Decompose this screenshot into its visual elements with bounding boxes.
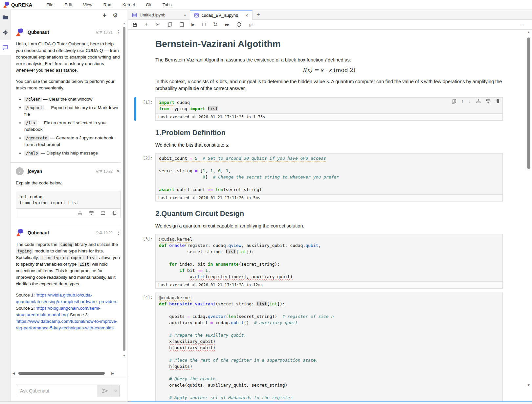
scroll-down-icon[interactable]: ▼ [526, 383, 531, 387]
scrollbar-thumb[interactable] [18, 372, 105, 375]
tab-label: cudaq_BV_ls.ipynb [202, 13, 238, 18]
scroll-left-icon[interactable]: ◀ [12, 371, 15, 375]
markdown-cell-title[interactable]: Bernstein-Vazirani Algotithm [134, 39, 503, 49]
menu-run[interactable]: Run [98, 2, 117, 7]
code-line: # Place the rest of the register in a su… [159, 357, 499, 363]
cell-prompt: [3]: [136, 234, 155, 241]
code-cell-1[interactable]: [1]: import cudaqfrom typing import List… [134, 97, 503, 121]
send-button[interactable] [98, 385, 112, 397]
message-sources[interactable]: Source 1: 'https://nvidia.github.io/cuda… [16, 292, 121, 331]
code-line: from typing import List [159, 106, 499, 112]
unsaved-dot-icon: ● [184, 13, 186, 17]
scroll-down-icon[interactable]: ▼ [122, 354, 126, 357]
tab-cudaq-bv[interactable]: cudaq_BV_ls.ipynb × [190, 11, 253, 20]
cell-prompt: [4]: [136, 293, 155, 300]
notebook-title: Bernstein-Vazirani Algotithm [155, 39, 503, 49]
new-chat-button[interactable]: + [102, 12, 107, 19]
code-cell-4[interactable]: [4]: @cudaq.kerneldef bernstein_vazirani… [134, 293, 503, 403]
move-cell-down-icon[interactable]: ↓ [469, 99, 471, 104]
command-item: /export — Export chat history to a Markd… [24, 105, 121, 118]
user-avatar: J [16, 167, 24, 175]
insert-above-icon[interactable] [78, 211, 82, 216]
insert-cell-below-icon[interactable] [486, 99, 491, 104]
copy-cells-button[interactable] [167, 22, 172, 27]
tab-untitled[interactable]: Untitled.ipynb ● [128, 11, 190, 19]
scroll-up-icon[interactable]: ▲ [122, 22, 126, 25]
sidebar-item-chat[interactable] [0, 40, 11, 55]
markdown-paragraph[interactable]: The Bernstein-Vazirani Algorithm assumes… [134, 57, 503, 63]
history-button[interactable] [236, 22, 241, 27]
code-line [159, 369, 499, 376]
menu-view[interactable]: View [78, 2, 98, 7]
menu-git[interactable]: Git [140, 2, 157, 7]
sidebar-item-git[interactable] [0, 25, 11, 40]
chat-bubble-icon [2, 45, 8, 50]
paste-cells-button[interactable] [180, 22, 184, 27]
chevron-down-icon [114, 390, 118, 392]
insert-below-icon[interactable] [89, 211, 94, 216]
message-menu-icon[interactable]: ⋮ [116, 230, 121, 236]
move-cell-up-icon[interactable]: ↑ [461, 99, 464, 104]
menu-file[interactable]: File [41, 2, 59, 7]
stop-kernel-button[interactable]: □ [202, 22, 206, 28]
send-options-button[interactable] [112, 385, 119, 397]
cell-editor[interactable]: @cudaq.kerneldef oracle(register: cudaq.… [156, 234, 502, 281]
code-line: 0] # Change the secret string to whateve… [159, 174, 499, 180]
notebook-vertical-scrollbar[interactable]: ▲ ▼ [526, 30, 531, 401]
markdown-paragraph[interactable]: In this context, x consists of n bits, a… [134, 78, 503, 92]
delete-cell-icon[interactable] [496, 99, 500, 104]
markdown-paragraph[interactable]: We define the bits that constitute s. [134, 142, 503, 149]
cell-editor[interactable]: @cudaq.kerneldef bernstein_vazirani(secr… [156, 293, 502, 402]
copy-icon[interactable] [112, 211, 117, 216]
settings-gear-icon[interactable]: ⚙ [113, 12, 118, 19]
replace-cell-icon[interactable] [100, 211, 105, 216]
timestamp: 오후 10:21 [95, 30, 113, 35]
sidebar-item-files[interactable] [0, 10, 11, 25]
menu-kernel[interactable]: Kernel [117, 2, 141, 7]
more-actions-icon[interactable]: ⋯ [520, 20, 525, 30]
code-line: def oracle(register: cudaq.qview, auxili… [159, 242, 499, 249]
save-button[interactable] [132, 22, 137, 27]
tab-label: Untitled.ipynb [140, 12, 166, 17]
scroll-right-icon[interactable]: ▶ [111, 371, 114, 375]
scrollbar-thumb[interactable] [123, 27, 125, 351]
run-cell-button[interactable]: ▶ [191, 22, 195, 27]
git-toolbar-label[interactable]: git [249, 22, 254, 27]
chat-vertical-scrollbar[interactable]: ▲ ▼ [122, 22, 126, 363]
new-tab-button[interactable]: + [253, 11, 264, 19]
copy-icon [167, 22, 172, 27]
delete-message-icon[interactable]: × [116, 168, 121, 174]
markdown-heading[interactable]: 2.Quantum Circuit Design [134, 209, 503, 218]
scrollbar-thumb[interactable] [527, 37, 530, 169]
message-menu-icon[interactable]: ⋮ [116, 29, 121, 35]
chat-input[interactable] [16, 385, 98, 397]
math-formula: f(x) = s · x (mod 2) [155, 67, 503, 74]
code-line: if bit == 1: [159, 267, 499, 273]
code-line: x(auxiliary_qubit) [159, 338, 499, 345]
code-line: x.ctrl(register[index], auxiliary_qubit) [159, 273, 499, 280]
close-tab-icon[interactable]: × [245, 12, 248, 18]
menu-edit[interactable]: Edit [59, 2, 78, 7]
add-cell-button[interactable]: + [144, 21, 148, 28]
chat-horizontal-scrollbar[interactable]: ◀ ▶ [12, 371, 119, 376]
scroll-up-icon[interactable]: ▲ [526, 30, 531, 34]
restart-kernel-button[interactable]: ↻ [213, 21, 218, 28]
paragraph-text: We define the bits that constitute s. [155, 142, 503, 149]
chat-input-area [11, 377, 127, 404]
git-icon [2, 30, 8, 36]
cell-editor[interactable]: import cudaqfrom typing import List [156, 98, 502, 113]
run-all-button[interactable]: ▶▶ [225, 23, 229, 26]
insert-cell-above-icon[interactable] [476, 99, 481, 104]
markdown-paragraph[interactable]: We design a quantum circuit capable of a… [134, 223, 503, 229]
cut-cells-button[interactable]: ✂ [156, 21, 160, 28]
cell-editor[interactable]: qubit_count = 5 # Set to around 30 qubit… [156, 154, 502, 194]
code-line [159, 307, 499, 313]
activity-bar [0, 10, 11, 404]
code-cell-3[interactable]: [3]: @cudaq.kerneldef oracle(register: c… [134, 234, 503, 289]
code-cell-2[interactable]: [2]: qubit_count = 5 # Set to around 30 … [134, 153, 503, 202]
menu-tabs[interactable]: Tabs [157, 2, 177, 7]
duplicate-cell-icon[interactable] [452, 99, 456, 104]
markdown-heading[interactable]: 1.Problem Definition [134, 129, 503, 137]
qubenaut-avatar [16, 229, 24, 237]
code-line [159, 180, 499, 186]
